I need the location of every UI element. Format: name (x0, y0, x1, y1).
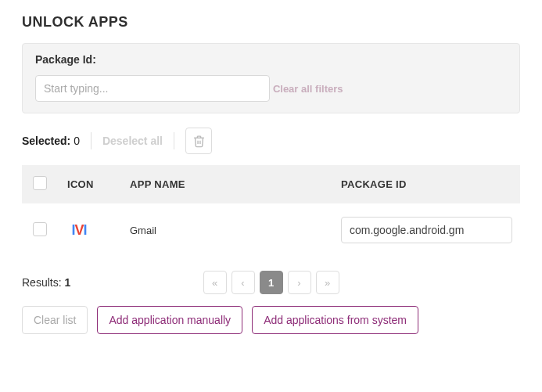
trash-icon (192, 135, 206, 148)
apps-table: ICON APP NAME PACKAGE ID IVI Gmail (22, 165, 520, 256)
clear-all-filters-link[interactable]: Clear all filters (273, 83, 343, 95)
divider (91, 132, 92, 149)
pagination: « ‹ 1 › » (203, 271, 339, 294)
page-next-button[interactable]: › (288, 271, 311, 294)
row-checkbox[interactable] (33, 222, 47, 236)
selected-count: 0 (74, 135, 80, 147)
delete-selected-button[interactable] (185, 128, 212, 154)
filter-label-package-id: Package Id: (35, 53, 507, 66)
clear-list-button[interactable]: Clear list (22, 306, 88, 334)
results-count: Results: 1 (22, 276, 70, 289)
page-number-button[interactable]: 1 (260, 271, 283, 294)
gmail-icon: IVI (70, 221, 88, 239)
page-first-button[interactable]: « (203, 271, 227, 294)
col-header-select (22, 165, 59, 204)
package-id-cell-input[interactable] (341, 217, 512, 243)
results-label: Results: (22, 276, 62, 289)
col-header-package-id: PACKAGE ID (333, 165, 520, 204)
selected-label: Selected: (22, 135, 70, 147)
add-applications-from-system-button[interactable]: Add applications from system (252, 306, 418, 334)
package-id-input[interactable] (35, 75, 270, 102)
col-header-app-name: APP NAME (122, 165, 333, 204)
selection-bar: Selected: 0 Deselect all (22, 128, 520, 154)
bottom-bar: Results: 1 « ‹ 1 › » (22, 276, 520, 289)
page-title: UNLOCK APPS (22, 14, 520, 31)
page-last-button[interactable]: » (316, 271, 339, 294)
selected-count-label: Selected: 0 (22, 135, 80, 147)
add-application-manually-button[interactable]: Add application manually (97, 306, 242, 334)
col-header-icon: ICON (59, 165, 122, 204)
app-name-cell: Gmail (122, 204, 333, 257)
table-header-row: ICON APP NAME PACKAGE ID (22, 165, 520, 204)
select-all-checkbox[interactable] (33, 176, 47, 190)
deselect-all-button[interactable]: Deselect all (102, 135, 163, 147)
results-number: 1 (64, 276, 70, 289)
filter-panel: Package Id: Clear all filters (22, 43, 520, 113)
action-row: Clear list Add application manually Add … (22, 306, 520, 334)
page-prev-button[interactable]: ‹ (232, 271, 255, 294)
divider (174, 132, 174, 149)
table-row: IVI Gmail (22, 204, 520, 257)
